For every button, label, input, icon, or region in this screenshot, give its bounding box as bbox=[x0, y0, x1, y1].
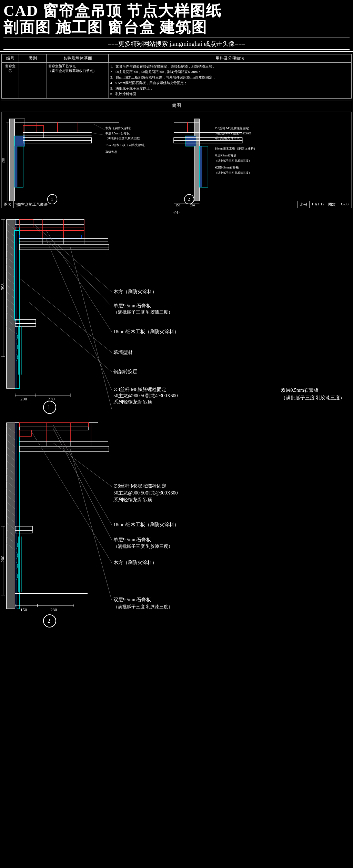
svg-rect-34 bbox=[174, 140, 242, 143]
svg-text:系列轻钢龙骨吊顶: 系列轻钢龙骨吊顶 bbox=[113, 399, 152, 405]
svg-rect-88 bbox=[15, 324, 36, 326]
separator: -91- bbox=[0, 210, 353, 216]
svg-text:双层9.5mm石膏板: 双层9.5mm石膏板 bbox=[215, 166, 239, 169]
col-header-num: 编号 bbox=[2, 54, 19, 62]
overview-svg: 398 230 1 木方（刷防火涂料） 单层9.5mm石膏板 （满批腻子三度 乳… bbox=[2, 112, 351, 208]
col-header-name: 名称及墙体基面 bbox=[47, 54, 109, 62]
table-row: 窗帘盒② 窗帘盒施工艺节点 （窗帘盒与玻璃幕墙收口节点） 1、龙骨吊件与钢架转接… bbox=[2, 63, 351, 98]
svg-rect-74 bbox=[15, 227, 84, 231]
svg-text:木方（刷防火涂料）: 木方（刷防火涂料） bbox=[105, 126, 133, 130]
svg-rect-141 bbox=[15, 423, 17, 609]
svg-text:∅8丝杆 M8膨胀螺栓固定: ∅8丝杆 M8膨胀螺栓固定 bbox=[113, 483, 167, 489]
svg-text:双层9.5mm石膏板: 双层9.5mm石膏板 bbox=[113, 597, 151, 602]
svg-rect-6 bbox=[23, 137, 92, 140]
svg-text:（满批腻子三度 乳胶漆三度）: （满批腻子三度 乳胶漆三度） bbox=[113, 309, 173, 315]
svg-text:50主龙@900 50副龙@300X600: 50主龙@900 50副龙@300X600 bbox=[215, 132, 251, 135]
cell-name: 窗帘盒施工艺节点 （窗帘盒与玻璃幕墙收口节点） bbox=[47, 63, 109, 98]
svg-text:18mm细木工板（刷防火涂料）: 18mm细木工板（刷防火涂料） bbox=[113, 329, 179, 334]
figure-name-value: 窗帘盒施工艺做法 bbox=[14, 201, 297, 208]
overview-drawing: 398 230 1 木方（刷防火涂料） 单层9.5mm石膏板 （满批腻子三度 乳… bbox=[1, 112, 352, 208]
svg-rect-71 bbox=[15, 219, 17, 388]
svg-line-176 bbox=[53, 425, 112, 525]
svg-line-28 bbox=[93, 124, 105, 130]
plan-label: 简图 bbox=[1, 101, 352, 110]
annotation-double-gypsum-1: 双层9.5mm石膏板 （满批腻子三度 乳胶漆三度） bbox=[281, 387, 345, 402]
svg-line-105 bbox=[36, 228, 112, 306]
svg-rect-157 bbox=[19, 446, 109, 449]
svg-text:（满批腻子三度 乳胶漆三度）: （满批腻子三度 乳胶漆三度） bbox=[215, 171, 251, 174]
num-value: C-30 bbox=[338, 201, 351, 208]
svg-line-172 bbox=[53, 443, 112, 487]
svg-rect-72 bbox=[15, 219, 84, 224]
svg-text:∅8丝杆 M8膨胀螺栓固定: ∅8丝杆 M8膨胀螺栓固定 bbox=[215, 126, 249, 130]
svg-text:（满批腻子三度 乳胶漆三度）: （满批腻子三度 乳胶漆三度） bbox=[113, 544, 173, 549]
svg-text:18mm细木工板（刷防火涂料）: 18mm细木工板（刷防火涂料） bbox=[215, 147, 257, 150]
svg-text:2: 2 bbox=[48, 618, 50, 624]
svg-rect-4 bbox=[23, 125, 44, 132]
drawing2-container: 200 150 230 ∅8丝杆 M8膨胀螺栓固定 50主龙@900 50副龙@… bbox=[1, 419, 352, 633]
svg-text:幕墙型材: 幕墙型材 bbox=[113, 350, 133, 355]
svg-rect-73 bbox=[19, 219, 33, 227]
svg-text:系列轻钢龙骨吊顶: 系列轻钢龙骨吊顶 bbox=[215, 136, 240, 140]
col-header-cat: 类别 bbox=[19, 54, 47, 62]
svg-text:150: 150 bbox=[20, 607, 27, 612]
svg-text:398: 398 bbox=[1, 283, 5, 290]
svg-text:单层9.5mm石膏板: 单层9.5mm石膏板 bbox=[215, 154, 236, 157]
svg-text:∅8丝杆 M8膨胀螺栓固定: ∅8丝杆 M8膨胀螺栓固定 bbox=[113, 387, 167, 392]
spec-table: 编号 类别 名称及墙体基面 用料及分项做法 窗帘盒② 窗帘盒施工艺节点 （窗帘盒… bbox=[1, 54, 352, 99]
subtitle: ===更多精彩网站搜索 jiangminghai 或点击头像=== bbox=[3, 38, 350, 50]
svg-text:230: 230 bbox=[50, 607, 57, 612]
drawing2-svg: 200 150 230 ∅8丝杆 M8膨胀螺栓固定 50主龙@900 50副龙@… bbox=[1, 419, 352, 633]
svg-rect-85 bbox=[19, 244, 109, 247]
svg-text:50主龙@900  50副龙@300X600: 50主龙@900 50副龙@300X600 bbox=[113, 393, 178, 398]
drawing1-container: 398 200 230 木方（刷防火涂料） 单层9.5mm石膏板 （满批腻子三度… bbox=[1, 216, 352, 416]
figure-name-label: 图名 bbox=[2, 201, 14, 208]
svg-text:18mm细木工板（刷防火涂料）: 18mm细木工板（刷防火涂料） bbox=[105, 143, 147, 147]
col-header-desc: 用料及分项做法 bbox=[109, 54, 351, 62]
svg-text:系列轻钢龙骨吊顶: 系列轻钢龙骨吊顶 bbox=[113, 497, 152, 502]
table-header: 编号 类别 名称及墙体基面 用料及分项做法 bbox=[2, 54, 351, 63]
svg-line-114 bbox=[46, 239, 112, 390]
svg-text:18mm细木工板（刷防火涂料）: 18mm细木工板（刷防火涂料） bbox=[113, 522, 179, 527]
svg-text:木方（刷防火涂料）: 木方（刷防火涂料） bbox=[113, 289, 157, 294]
svg-text:单层9.5mm石膏板: 单层9.5mm石膏板 bbox=[105, 131, 129, 135]
svg-text:单层9.5mm石膏板: 单层9.5mm石膏板 bbox=[113, 303, 151, 308]
svg-text:200: 200 bbox=[1, 555, 5, 562]
svg-text:（满批腻子三度 乳胶漆三度）: （满批腻子三度 乳胶漆三度） bbox=[113, 604, 173, 609]
svg-rect-86 bbox=[19, 247, 109, 250]
cell-desc: 1、龙骨吊件与钢架转接镀锌焊接固定，连接处刷漆，刷防锈漆三层； 2、50主龙间距… bbox=[109, 63, 351, 98]
svg-rect-30 bbox=[194, 119, 200, 201]
svg-rect-0 bbox=[9, 119, 14, 201]
svg-line-29 bbox=[93, 133, 105, 135]
svg-text:200: 200 bbox=[20, 396, 27, 401]
svg-text:230: 230 bbox=[48, 396, 55, 401]
svg-rect-7 bbox=[23, 140, 92, 143]
svg-text:50主龙@900  50副龙@300X600: 50主龙@900 50副龙@300X600 bbox=[113, 490, 178, 496]
svg-line-183 bbox=[70, 449, 112, 600]
svg-rect-145 bbox=[19, 430, 31, 436]
svg-rect-14 bbox=[14, 146, 17, 187]
svg-line-181 bbox=[31, 431, 112, 563]
svg-text:398: 398 bbox=[2, 158, 5, 163]
cell-cat bbox=[19, 63, 47, 98]
svg-text:钢架转换层: 钢架转换层 bbox=[113, 369, 138, 374]
svg-text:（满批腻子三度 乳胶漆三度）: （满批腻子三度 乳胶漆三度） bbox=[105, 137, 142, 140]
svg-rect-153 bbox=[15, 526, 32, 530]
svg-rect-121 bbox=[7, 423, 15, 609]
header: CAD 窗帘盒吊顶 节点大样图纸 剖面图 施工图 窗台盒 建筑图 ===更多精彩… bbox=[0, 0, 353, 52]
main-title: CAD 窗帘盒吊顶 节点大样图纸 bbox=[3, 3, 350, 19]
svg-line-103 bbox=[33, 224, 112, 292]
svg-line-110 bbox=[19, 278, 112, 353]
svg-text:（满批腻子三度 乳胶漆三度）: （满批腻子三度 乳胶漆三度） bbox=[215, 159, 251, 162]
cell-num: 窗帘盒② bbox=[2, 63, 19, 98]
svg-text:单层9.5mm石膏板: 单层9.5mm石膏板 bbox=[113, 537, 151, 542]
svg-line-118 bbox=[70, 247, 112, 409]
svg-text:1: 1 bbox=[48, 404, 50, 410]
scale-value: 1:1(1:1) bbox=[310, 201, 326, 208]
drawing1-svg: 398 200 230 木方（刷防火涂料） 单层9.5mm石膏板 （满批腻子三度… bbox=[1, 216, 352, 416]
svg-rect-154 bbox=[15, 530, 32, 533]
svg-text:木方（刷防火涂料）: 木方（刷防火涂料） bbox=[113, 560, 157, 565]
scale-label: 比例 bbox=[297, 201, 310, 208]
svg-line-178 bbox=[53, 428, 112, 540]
main-title2: 剖面图 施工图 窗台盒 建筑图 bbox=[3, 19, 350, 36]
